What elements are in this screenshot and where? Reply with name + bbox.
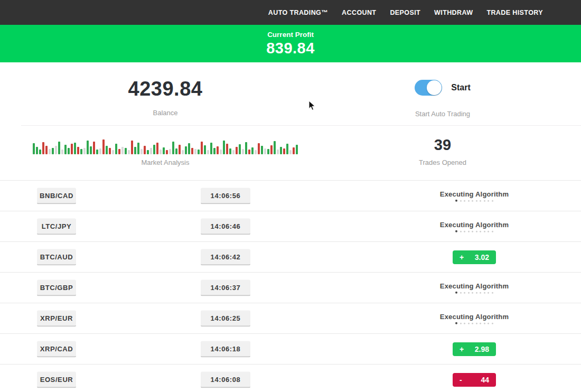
progress-dot	[492, 200, 493, 201]
chart-bar	[274, 141, 276, 154]
chart-bar	[296, 145, 298, 154]
trade-status: +3.02	[412, 250, 537, 264]
progress-dot	[476, 230, 477, 232]
trade-time-chip[interactable]: 14:06:25	[201, 310, 250, 326]
top-nav: AUTO TRADING™ACCOUNTDEPOSITWITHDRAWTRADE…	[0, 0, 581, 25]
market-analysis-block: Market Analysis	[21, 136, 310, 166]
chart-bar	[77, 147, 79, 154]
top-nav-items: AUTO TRADING™ACCOUNTDEPOSITWITHDRAWTRADE…	[268, 9, 543, 16]
pair-chip-btc-gbp[interactable]: BTC/GBP	[37, 279, 76, 296]
chart-bar	[261, 146, 263, 154]
profit-banner-value: 839.84	[266, 40, 315, 57]
trade-time-chip[interactable]: 14:06:56	[201, 188, 250, 204]
result-sign: +	[460, 253, 464, 262]
nav-item-account[interactable]: ACCOUNT	[342, 9, 376, 16]
trade-row: XRP/EUR14:06:25Executing Algorithm	[0, 303, 581, 333]
chart-bar	[109, 148, 111, 154]
chart-bar	[125, 148, 127, 154]
nav-item-deposit[interactable]: DEPOSIT	[390, 9, 420, 16]
profit-badge: +3.02	[453, 250, 496, 264]
chart-bar	[179, 145, 181, 154]
trade-time-chip[interactable]: 14:06:42	[201, 249, 250, 265]
market-analysis-label: Market Analysis	[21, 158, 310, 166]
chart-bar	[232, 150, 235, 154]
pair-chip-xrp-cad[interactable]: XRP/CAD	[37, 341, 76, 357]
trade-row: BNB/CAD14:06:56Executing Algorithm	[0, 180, 581, 211]
progress-dot	[460, 322, 462, 324]
chart-bar	[128, 150, 130, 154]
nav-item-trade-history[interactable]: TRADE HISTORY	[486, 9, 543, 16]
trades-opened-value: 39	[357, 136, 528, 154]
trade-status: Executing Algorithm	[412, 312, 537, 324]
trade-time-chip[interactable]: 14:06:37	[201, 279, 250, 296]
chart-bar	[255, 150, 257, 154]
trade-time-chip[interactable]: 14:06:46	[201, 218, 250, 235]
profit-banner-label: Current Profit	[267, 31, 314, 39]
chart-bar	[239, 144, 241, 154]
chart-bar	[121, 147, 124, 154]
balance-block: 4239.84 Balance	[21, 78, 310, 117]
result-value: 44	[481, 376, 489, 384]
chart-bar	[93, 142, 95, 154]
chart-bar	[134, 147, 136, 154]
nav-item-auto-trading[interactable]: AUTO TRADING™	[268, 9, 328, 16]
chart-bar	[96, 150, 98, 154]
trade-row: XRP/CAD14:06:18+2.98	[0, 333, 581, 364]
chart-bar	[172, 142, 174, 154]
pair-chip-eos-eur[interactable]: EOS/EUR	[37, 371, 76, 388]
pair-chip-xrp-eur[interactable]: XRP/EUR	[37, 310, 76, 326]
section-divider	[21, 125, 581, 126]
trade-row: LTC/JPY14:06:46Executing Algorithm	[0, 211, 581, 241]
chart-bar	[144, 146, 146, 154]
progress-dot	[468, 200, 470, 201]
chart-bar	[277, 150, 279, 154]
chart-bar	[169, 149, 171, 154]
progress-dot	[476, 322, 477, 324]
chart-bar	[45, 146, 48, 154]
progress-dot	[472, 230, 473, 232]
chart-bar	[182, 150, 184, 154]
chart-bar	[106, 146, 108, 154]
chart-bar	[286, 144, 288, 154]
chart-bar	[137, 143, 139, 154]
trade-time-chip[interactable]: 14:06:18	[201, 341, 250, 357]
chart-bar	[61, 150, 63, 154]
progress-dot	[460, 230, 462, 232]
chart-bar	[153, 145, 155, 154]
chart-bar	[99, 148, 101, 154]
chart-bar	[102, 139, 105, 154]
chart-bar	[283, 148, 285, 154]
trade-status: Executing Algorithm	[412, 190, 537, 202]
chart-bar	[213, 148, 215, 154]
trade-time-chip[interactable]: 14:06:08	[201, 371, 250, 388]
chart-bar	[226, 144, 228, 154]
app-screen: AUTO TRADING™ACCOUNTDEPOSITWITHDRAWTRADE…	[0, 0, 581, 392]
progress-dot	[468, 292, 470, 293]
pair-chip-ltc-jpy[interactable]: LTC/JPY	[37, 218, 76, 235]
progress-dot	[480, 292, 481, 293]
auto-trading-toggle[interactable]	[415, 80, 442, 96]
pair-chip-btc-aud[interactable]: BTC/AUD	[37, 249, 76, 265]
nav-item-withdraw[interactable]: WITHDRAW	[434, 9, 473, 16]
trades-opened-block: 39 Trades Opened	[357, 136, 528, 166]
result-value: 2.98	[475, 345, 489, 353]
chart-bar	[140, 149, 143, 154]
executing-algorithm-label: Executing Algorithm	[412, 312, 537, 320]
progress-dot	[455, 200, 457, 202]
chart-bar	[118, 149, 120, 154]
chart-bar	[251, 147, 254, 154]
chart-bar	[49, 149, 51, 154]
trade-status: Executing Algorithm	[412, 220, 537, 232]
progress-dot	[484, 230, 485, 232]
progress-dot	[476, 292, 477, 293]
chart-bar	[201, 142, 203, 154]
pair-chip-bnb-cad[interactable]: BNB/CAD	[37, 188, 76, 204]
progress-dot	[464, 230, 465, 232]
chart-bar	[150, 148, 152, 154]
progress-dot	[492, 322, 493, 324]
trade-status: -44	[412, 373, 537, 387]
progress-dot	[488, 200, 489, 201]
progress-dot	[484, 322, 485, 324]
auto-trading-caption: Start Auto Trading	[357, 110, 528, 118]
chart-bar	[191, 148, 193, 154]
